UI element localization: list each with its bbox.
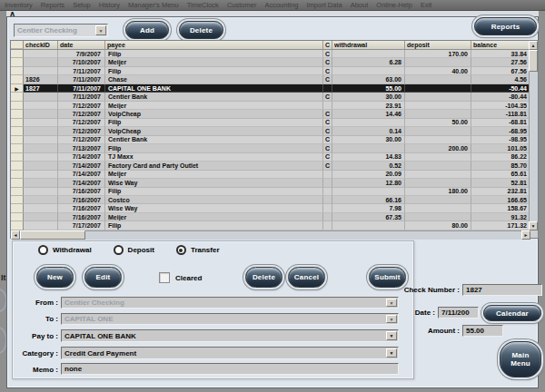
cell-date: 7/12/2007 [58, 127, 105, 135]
horizontal-scrollbar[interactable]: ◄ ► [11, 230, 530, 240]
main-menu-button[interactable]: Main Menu [500, 341, 541, 377]
table-row[interactable]: 7/12/2007FilipC50.00-68.81 [11, 119, 530, 127]
menu-item-timeclock[interactable]: TimeClock [187, 1, 219, 9]
memo-field[interactable]: none [61, 363, 399, 375]
cell-cleared [323, 171, 332, 179]
radio-withdrawal[interactable]: Withdrawal [38, 245, 92, 255]
add-button[interactable]: Add [125, 21, 169, 39]
scroll-up-icon[interactable]: ▲ [529, 41, 538, 50]
chevron-down-icon[interactable]: ▼ [95, 25, 106, 35]
from-field[interactable]: Centier Checking ▼ [61, 297, 399, 309]
cell-balance: 166.65 [471, 196, 530, 204]
pay-to-field[interactable]: CAPITAL ONE BANK ▼ [61, 329, 399, 342]
chevron-down-icon[interactable]: ▼ [386, 331, 397, 340]
header-balance[interactable]: balance [471, 41, 530, 49]
date-field[interactable]: 7/11/200 [438, 307, 479, 318]
menu-item-import-data[interactable]: Import Data [307, 1, 342, 9]
table-row[interactable]: 7/13/2007FilipC200.00101.05 [11, 144, 530, 152]
table-row[interactable]: ▶18277/11/2007CAPITAL ONE BANK55.00-50.4… [11, 84, 530, 93]
chevron-down-icon[interactable]: ▼ [386, 348, 397, 358]
menu-item-online-help[interactable]: Online-Help [376, 1, 412, 9]
cell-deposit: 200.00 [405, 144, 471, 152]
menu-item-setup[interactable]: Setup [73, 1, 91, 9]
menu-item-reports[interactable]: Reports [41, 1, 64, 9]
header-selector-cell [11, 41, 24, 49]
menu-item-about[interactable]: About [351, 1, 369, 9]
menu-item-accounting[interactable]: Accounting [264, 1, 298, 9]
cell-deposit [405, 84, 471, 93]
cell-balance: -104.35 [471, 102, 530, 110]
table-row[interactable]: 7/11/2007FilipC40.0067.56 [11, 67, 530, 75]
delete-account-button[interactable]: Delete [179, 21, 223, 39]
cell-cleared: C [323, 50, 332, 58]
table-row[interactable]: 7/12/2007VoipCheapC14.46-118.81 [11, 110, 530, 118]
table-row[interactable]: 7/9/2007FilipC170.0033.84 [11, 50, 530, 58]
scroll-down-icon[interactable]: ▼ [529, 221, 538, 230]
cell-withdrawal: 14.83 [332, 153, 405, 162]
cancel-button[interactable]: Cancel [288, 267, 325, 288]
table-row[interactable]: 7/14/2007Factory Card and Party OutletC0… [11, 162, 530, 170]
table-row[interactable]: 7/16/2007Costco66.16166.65 [11, 196, 530, 204]
table-row[interactable]: 7/12/2007VoipCheapC0.14-68.95 [11, 127, 530, 135]
table-row[interactable]: 7/11/2007Centier BankC30.00-80.44 [11, 93, 530, 101]
cell-deposit [405, 162, 471, 170]
row-selector [11, 144, 24, 152]
cell-payee: Filip [105, 144, 323, 152]
radio-label: Deposit [128, 246, 154, 254]
chevron-down-icon[interactable]: ▼ [386, 299, 397, 307]
table-row[interactable]: 7/17/2007Filip80.00171.32 [11, 221, 530, 230]
category-field[interactable]: Credit Card Payment ▼ [61, 347, 399, 359]
table-row[interactable]: 7/12/2007Meijer23.91-104.35 [11, 102, 530, 110]
submit-button[interactable]: Submit [369, 267, 406, 288]
transaction-edit-panel: WithdrawalDepositTransfer New Edit Clear… [12, 240, 414, 379]
edit-button[interactable]: Edit [84, 267, 122, 288]
scroll-right-icon[interactable]: ► [521, 230, 530, 240]
header-date[interactable]: date [58, 41, 105, 49]
table-row[interactable]: 7/16/2007Meijer67.3591.32 [11, 213, 530, 221]
to-field[interactable]: CAPITAL ONE ▼ [61, 313, 399, 325]
cell-withdrawal: 7.98 [332, 204, 405, 212]
new-button[interactable]: New [36, 267, 74, 288]
scroll-left-icon[interactable]: ◄ [11, 230, 20, 240]
table-row[interactable]: 7/14/2007TJ MaxxC14.8386.22 [11, 153, 530, 162]
table-row[interactable]: 7/16/2007Filip180.00232.81 [11, 188, 530, 196]
delete-transaction-button[interactable]: Delete [245, 267, 282, 288]
radio-button-icon[interactable] [114, 245, 124, 255]
radio-button-icon[interactable] [38, 245, 48, 255]
menu-item-manager-s-menu[interactable]: Manager's Menu [128, 1, 179, 9]
table-row[interactable]: 7/16/2007Wise Way7.98158.67 [11, 204, 530, 212]
vertical-scroll-thumb[interactable] [529, 50, 538, 72]
menu-item-history[interactable]: History [99, 1, 120, 9]
radio-transfer[interactable]: Transfer [176, 245, 220, 255]
amount-field[interactable]: 55.00 [462, 325, 503, 337]
chevron-down-icon[interactable]: ▼ [386, 315, 397, 323]
cell-balance: -68.81 [471, 119, 530, 127]
menu-item-exit[interactable]: Exit [421, 1, 432, 9]
header-payee[interactable]: payee [105, 41, 323, 49]
cleared-checkbox[interactable] [159, 272, 170, 283]
calendar-button[interactable]: Calendar [483, 305, 541, 321]
header-deposit[interactable]: deposit [405, 41, 471, 49]
header-checkid[interactable]: checkID [24, 41, 58, 49]
menu-item-customer[interactable]: Customer [227, 1, 257, 9]
header-withdrawal[interactable]: withdrawal [332, 41, 405, 49]
horizontal-scroll-thumb[interactable] [20, 230, 85, 240]
table-row[interactable]: 18267/11/2007ChaseC63.004.56 [11, 75, 530, 83]
radio-button-icon[interactable] [176, 245, 186, 255]
header-cleared[interactable]: C [323, 41, 332, 49]
cell-deposit: 50.00 [405, 119, 471, 127]
radio-deposit[interactable]: Deposit [114, 245, 154, 255]
vertical-scrollbar[interactable]: ▲ ▼ [529, 41, 538, 230]
cell-balance: -118.81 [471, 110, 530, 118]
reports-button[interactable]: Reports [474, 17, 537, 35]
table-row[interactable]: 7/14/2007Meijer20.0965.61 [11, 171, 530, 179]
table-row[interactable]: 7/14/2007Wise Way12.8052.81 [11, 179, 530, 187]
menu-item-inventory[interactable]: Inventory [5, 1, 33, 9]
account-select[interactable]: Centier Checking ▼ [14, 24, 108, 37]
cell-cleared: C [323, 93, 332, 101]
row-selector [11, 58, 24, 66]
table-row[interactable]: 7/12/2007Centier BankC30.00-98.95 [11, 136, 530, 144]
table-row[interactable]: 7/10/2007MeijerC6.2827.56 [11, 58, 530, 66]
cell-date: 7/16/2007 [58, 196, 105, 204]
check-number-field[interactable]: 1827 [462, 284, 542, 296]
